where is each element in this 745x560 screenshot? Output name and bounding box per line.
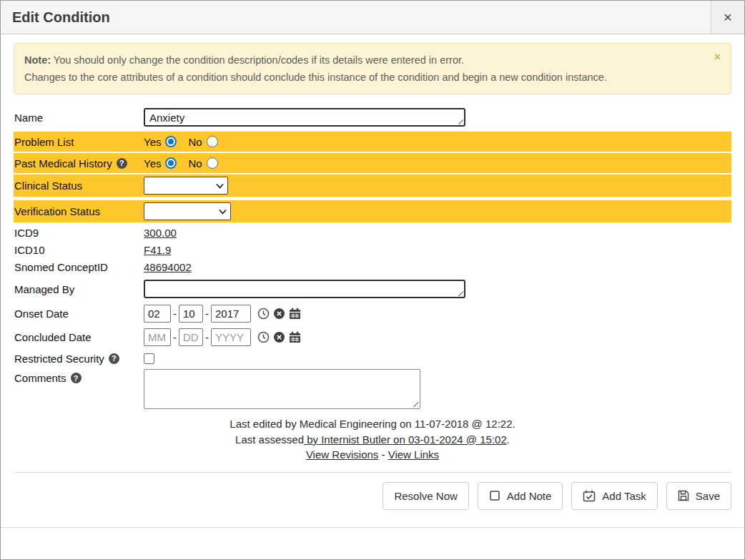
onset-year-input[interactable] [211, 305, 251, 323]
task-calendar-icon [583, 490, 596, 502]
verification-status-label: Verification Status [14, 205, 144, 217]
last-edited-text: Last edited by Medical Engineering on 11… [14, 416, 731, 432]
calendar-icon[interactable] [289, 308, 301, 320]
form-row-name: Name [14, 106, 731, 129]
help-icon[interactable]: ? [71, 373, 82, 383]
onset-day-input[interactable] [179, 305, 203, 323]
form-row-snomed: Snomed ConceptID 48694002 [14, 258, 731, 275]
icd9-code-link[interactable]: 300.00 [144, 227, 177, 239]
date-separator: - [173, 331, 177, 343]
form-row-past-medical-history: Past Medical History ? Yes No [14, 153, 731, 173]
icd9-label: ICD9 [14, 227, 144, 239]
condition-form: Name Problem List Yes No [14, 106, 731, 409]
name-label: Name [14, 112, 144, 124]
resolve-now-button[interactable]: Resolve Now [383, 482, 468, 510]
problem-list-yes-label: Yes [144, 136, 161, 148]
onset-date-label: Onset Date [14, 308, 144, 320]
name-input[interactable] [144, 108, 465, 127]
clinical-status-select[interactable] [144, 177, 228, 195]
clear-date-icon[interactable] [273, 331, 285, 343]
clinical-status-label: Clinical Status [14, 180, 144, 192]
icd10-label: ICD10 [14, 244, 144, 256]
audit-info: Last edited by Medical Engineering on 11… [14, 416, 731, 463]
pmh-no-radio[interactable] [207, 157, 218, 169]
comments-textarea[interactable] [144, 369, 420, 409]
pmh-no-label: No [188, 157, 202, 170]
form-row-icd10: ICD10 F41.9 [14, 241, 731, 258]
form-row-concluded-date: Concluded Date - - [14, 326, 731, 348]
clock-icon[interactable] [257, 331, 270, 343]
managed-by-input[interactable] [144, 280, 465, 298]
help-icon[interactable]: ? [109, 353, 119, 364]
form-row-managed-by: Managed By [14, 277, 731, 300]
clock-icon[interactable] [257, 308, 270, 320]
date-separator: - [173, 308, 177, 320]
note-line1: You should only change the condition des… [51, 54, 464, 66]
verification-status-select[interactable] [144, 202, 231, 220]
calendar-icon[interactable] [289, 331, 301, 343]
clear-date-icon[interactable] [273, 308, 285, 320]
pmh-yes-radio[interactable] [165, 157, 177, 169]
edit-condition-dialog: Edit Condition × Note: You should only c… [0, 0, 745, 560]
form-row-verification-status: Verification Status [14, 200, 731, 222]
note-prefix: Note: [24, 54, 51, 66]
pmh-yes-label: Yes [144, 157, 161, 170]
managed-by-label: Managed By [14, 283, 144, 295]
restricted-security-checkbox[interactable] [144, 353, 154, 364]
form-row-clinical-status: Clinical Status [14, 175, 731, 197]
note-banner: Note: You should only change the conditi… [14, 43, 731, 94]
form-row-problem-list: Problem List Yes No [14, 132, 731, 152]
note-dismiss-icon[interactable]: × [714, 51, 721, 63]
dialog-footer [1, 527, 744, 559]
problem-list-label: Problem List [14, 136, 144, 148]
icd10-code-link[interactable]: F41.9 [144, 244, 171, 256]
snomed-code-link[interactable]: 48694002 [144, 261, 192, 273]
dialog-body: Note: You should only change the conditi… [1, 34, 744, 527]
date-separator: - [205, 331, 209, 343]
problem-list-no-radio[interactable] [207, 136, 218, 147]
dialog-header: Edit Condition × [1, 1, 744, 34]
past-medical-history-label: Past Medical History [14, 157, 112, 170]
date-separator: - [205, 308, 209, 320]
concluded-day-input[interactable] [179, 328, 203, 346]
concluded-date-label: Concluded Date [14, 331, 144, 343]
page-title: Edit Condition [1, 1, 711, 34]
links-separator: - [378, 448, 388, 461]
restricted-security-label: Restricted Security [14, 353, 104, 365]
note-line2: Changes to the core attributes of a cond… [24, 72, 607, 83]
concluded-month-input[interactable] [144, 328, 171, 346]
snomed-label: Snomed ConceptID [14, 261, 144, 273]
action-button-bar: Resolve Now Add Note Add Task Save [14, 472, 731, 521]
problem-list-yes-radio[interactable] [165, 136, 177, 147]
last-assessed-text: Last assessed by Internist Butler on 03-… [14, 432, 731, 448]
help-icon[interactable]: ? [117, 158, 127, 169]
form-row-restricted-security: Restricted Security ? [14, 349, 731, 368]
problem-list-no-label: No [188, 136, 202, 148]
note-icon [489, 490, 500, 501]
view-revisions-link[interactable]: View Revisions [306, 448, 378, 461]
onset-month-input[interactable] [144, 305, 171, 323]
note-text: Note: You should only change the conditi… [24, 51, 714, 86]
view-links-row: View Revisions - View Links [14, 447, 731, 463]
add-task-button[interactable]: Add Task [571, 482, 657, 510]
form-row-onset-date: Onset Date - - [14, 303, 731, 324]
form-row-icd9: ICD9 300.00 [14, 224, 731, 241]
save-button[interactable]: Save [666, 482, 731, 510]
view-links-link[interactable]: View Links [388, 448, 439, 461]
concluded-year-input[interactable] [211, 328, 251, 346]
save-floppy-icon [678, 490, 689, 501]
comments-label: Comments [14, 372, 66, 384]
form-row-comments: Comments ? [14, 369, 731, 409]
close-icon[interactable]: × [711, 1, 744, 34]
last-assessed-link[interactable]: by Internist Butler on 03-01-2024 @ 15:0… [304, 433, 507, 446]
add-note-button[interactable]: Add Note [478, 482, 563, 510]
